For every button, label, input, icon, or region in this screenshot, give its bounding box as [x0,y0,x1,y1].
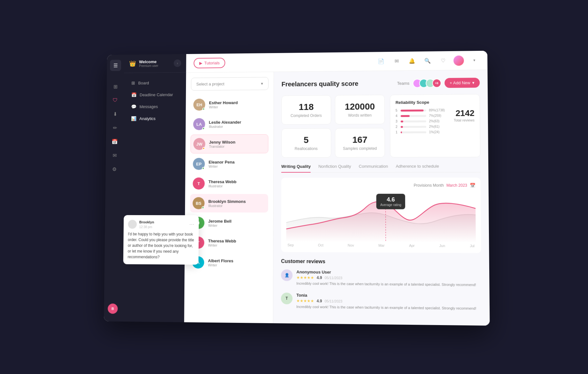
review-body: Tonia ★★★★★ 4.9 05/11/2023 Incredibly co… [296,292,482,311]
freelancer-item[interactable]: J Jerome Bell Writer [190,214,268,232]
freelancer-item[interactable]: EP Eleanor Pena Writer [190,154,268,173]
freelancer-avatar: LA [193,118,205,130]
mail-icon[interactable]: ✉ [109,150,120,161]
nav-item-board[interactable]: ⊞ Board [127,77,184,89]
chat-popup-header: Brooklyn 12:38 pm ⋯ [128,219,194,230]
freelancer-info: Theresa Webb Writer [208,238,266,247]
grid-icon[interactable]: ⊞ [110,81,121,92]
tooltip-value: 4.6 [380,196,401,203]
file-icon[interactable]: 📄 [376,56,386,66]
x-label-nov: Nov [348,243,354,247]
freelancer-item[interactable]: LA Leslie Alexander Illustrator [190,114,268,133]
freelancer-info: Albert Flores Writer [208,258,266,267]
freelancer-item[interactable]: A Albert Flores Writer [190,253,268,272]
online-dot [202,108,205,110]
reviews-title: Customer reviews [281,258,481,265]
email-icon[interactable]: ✉ [391,56,402,66]
expand-nav-btn[interactable]: › [174,59,182,67]
team-more-badge: +8 [432,78,441,87]
freelancer-item[interactable]: T Theresa Webb Writer [190,233,268,252]
freelancer-item-brooklyn[interactable]: BS Brooklyn Simmons Illustrator [190,194,268,212]
review-stars: ★★★★★ [296,298,314,303]
nav-label-deadline: Deadline Calendar [140,92,173,97]
stat-card-words: 120000 Words written [335,95,385,124]
chart-x-labels: Sep Oct Nov Mar Apr Jun Jul [286,243,476,248]
board-icon: ⊞ [131,80,135,85]
tab-communication[interactable]: Communication [359,164,388,172]
total-reviews: 2142 Total reviews [454,108,475,136]
teams-label: Teams [397,81,409,85]
stat-number: 167 [342,135,378,145]
freelancer-role: Illustrator [208,184,266,188]
shield-icon[interactable]: 🛡 [110,94,121,105]
add-new-button[interactable]: + Add New ▾ [445,78,480,88]
stat-label: Words written [342,113,378,118]
bar-fill [401,109,423,111]
chat-more-icon[interactable]: ⋯ [189,221,194,228]
bar-row-2: 2 2%(61) [396,125,449,129]
chat-popup: Brooklyn 12:38 pm ⋯ I'd be happy to help… [123,215,199,265]
freelancer-name: Albert Flores [208,258,266,263]
menu-icon[interactable]: ☰ [110,59,121,71]
freelancer-avatar: EH [193,98,205,111]
user-info: Welcome Premium user [139,59,171,67]
calendar-icon[interactable]: 📅 [470,183,476,188]
reviewer-avatar: 👤 [281,269,292,281]
analytics-panel: Freelancers quality score Teams +8 + Add… [273,70,490,325]
chart-tooltip: 4.6 Average rating [376,194,405,209]
pen-icon[interactable]: ✏ [109,122,120,133]
sidebar-user-avatar[interactable]: B [108,303,118,314]
user-avatar[interactable] [453,55,464,65]
stat-card-completed: 118 Completed Orders [282,95,331,124]
stat-card-reallocations: 5 Reallocations [281,128,331,158]
bar-label-5: 5 [396,109,398,112]
freelancer-info: Brooklyn Simmons Illustrator [208,199,266,207]
chart-month: March 2023 [446,183,467,187]
download-icon[interactable]: ⬇ [109,108,120,119]
chart-header: Provisions Month March 2023 📅 [286,183,476,188]
tab-writing-quality[interactable]: Writing Quality [281,164,311,173]
deadline-icon: 📅 [131,92,137,97]
nav-items: ⊞ Board 📅 Deadline Calendar 💬 Messages 📊… [121,72,186,322]
review-item: T Tonia ★★★★★ 4.9 05/11/2023 Incredibly … [281,292,482,311]
bar-track [401,115,426,117]
crown-icon: 👑 [129,60,136,67]
online-dot [202,206,204,209]
bar-pct-2: 2%(61) [429,125,448,128]
status-dot [202,147,205,150]
nav-item-messages[interactable]: 💬 Messages [126,100,183,112]
provisions-label: Provisions Month [414,183,444,187]
tab-adherence[interactable]: Adherence to schedule [396,164,439,172]
x-label-jun: Jun [439,244,445,247]
analytics-title: Freelancers quality score [282,80,359,88]
user-role: Premium user [139,64,171,67]
chevron-down-icon[interactable]: ▼ [469,55,480,65]
tutorials-button[interactable]: ▶ Tutorials [194,58,225,68]
heart-icon[interactable]: ♡ [438,55,448,66]
stat-card-samples: 167 Samples completed [335,128,385,158]
add-new-label: + Add New [450,80,470,85]
freelancer-info: Jerome Bell Writer [208,218,266,227]
select-project-dropdown[interactable]: Select a project ▾ [191,77,268,90]
nav-item-deadline[interactable]: 📅 Deadline Calendar [126,89,183,100]
calendar-icon[interactable]: 📅 [109,136,120,147]
nav-label-messages: Messages [139,104,158,109]
left-navigation: 👑 Welcome Premium user › ⊞ Board 📅 Deadl… [121,54,186,322]
tab-nonfiction-quality[interactable]: Nonfiction Quality [318,164,351,172]
chart-container: Provisions Month March 2023 📅 4.6 Averag… [281,177,481,253]
search-icon[interactable]: 🔍 [422,56,433,66]
bar-fill [401,126,403,128]
freelancer-name: Jenny Wilson [209,139,266,144]
reliability-bars: 5 89%(1738) 4 [396,108,449,136]
freelancer-item[interactable]: T Theresa Webb Illustrator [190,174,268,193]
bar-fill [401,120,403,122]
bar-label-4: 4 [396,114,398,118]
nav-item-analytics[interactable]: 📊 Analytics [126,113,183,124]
review-date: 05/11/2023 [325,299,343,303]
freelancer-item[interactable]: EH Esther Howard Writer [191,95,268,114]
reliability-content: 5 89%(1738) 4 [396,108,475,136]
freelancer-item-jenny[interactable]: JW Jenny Wilson Translator [190,134,268,153]
online-dot [202,167,205,169]
settings-icon[interactable]: ⚙ [109,163,120,175]
bell-icon[interactable]: 🔔 [407,56,417,66]
